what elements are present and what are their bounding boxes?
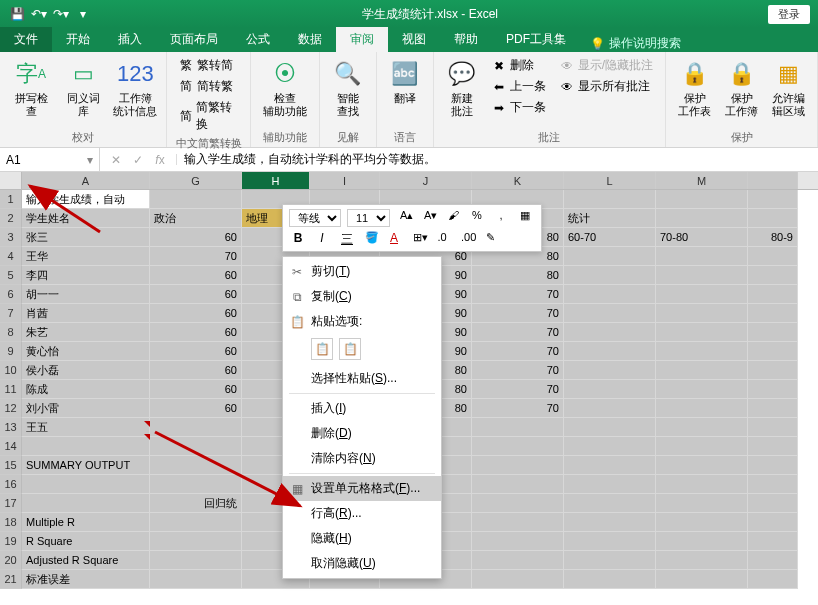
protect-sheet-button[interactable]: 🔒保护 工作表 — [674, 56, 715, 120]
col-header[interactable]: L — [564, 172, 656, 189]
cell[interactable] — [748, 570, 798, 589]
row-header[interactable]: 10 — [0, 361, 22, 380]
cell[interactable]: 70 — [150, 247, 242, 266]
cell[interactable]: 80 — [472, 266, 564, 285]
menu-row-height[interactable]: 行高(R)... — [283, 501, 441, 526]
tab-file[interactable]: 文件 — [0, 27, 52, 52]
show-comment-button[interactable]: 👁显示/隐藏批注 — [556, 56, 657, 75]
cell[interactable] — [564, 361, 656, 380]
cell[interactable] — [656, 551, 748, 570]
cell[interactable]: 回归统 — [150, 494, 242, 513]
cell[interactable] — [656, 266, 748, 285]
font-color-icon[interactable]: A — [385, 231, 403, 249]
thesaurus-button[interactable]: ▭同义词库 — [60, 56, 106, 120]
cell[interactable] — [656, 304, 748, 323]
cell[interactable]: 王华 — [22, 247, 150, 266]
cell[interactable]: 政治 — [150, 209, 242, 228]
cell[interactable] — [748, 323, 798, 342]
prev-comment-button[interactable]: ⬅上一条 — [488, 77, 550, 96]
cell[interactable] — [656, 570, 748, 589]
cell[interactable]: 张三 — [22, 228, 150, 247]
paste-option-values[interactable]: 📋 — [339, 338, 361, 360]
cell[interactable] — [564, 456, 656, 475]
cell[interactable] — [150, 475, 242, 494]
cell[interactable] — [22, 475, 150, 494]
cell[interactable] — [656, 475, 748, 494]
formula-bar[interactable]: 输入学生成绩，自动统计学科的平均分等数据。 — [176, 151, 818, 168]
tab-review[interactable]: 审阅 — [336, 27, 388, 52]
tab-insert[interactable]: 插入 — [104, 27, 156, 52]
cell[interactable] — [748, 532, 798, 551]
row-header[interactable]: 4 — [0, 247, 22, 266]
cell[interactable]: 70 — [472, 399, 564, 418]
tab-home[interactable]: 开始 — [52, 27, 104, 52]
cell[interactable]: 60 — [150, 266, 242, 285]
cell[interactable] — [564, 437, 656, 456]
cjk-convert-button[interactable]: 简简繁转换 — [175, 98, 241, 134]
cell[interactable] — [748, 304, 798, 323]
cell[interactable]: 王五 — [22, 418, 150, 437]
cell[interactable] — [150, 570, 242, 589]
cell[interactable] — [748, 418, 798, 437]
cell[interactable] — [748, 475, 798, 494]
tab-view[interactable]: 视图 — [388, 27, 440, 52]
cell[interactable] — [748, 285, 798, 304]
smart-lookup-button[interactable]: 🔍智能 查找 — [328, 56, 368, 120]
cell[interactable] — [656, 380, 748, 399]
cell[interactable] — [656, 342, 748, 361]
borders-icon[interactable]: ⊞▾ — [409, 231, 427, 249]
trad-to-simp-button[interactable]: 简简转繁 — [175, 77, 241, 96]
row-header[interactable]: 5 — [0, 266, 22, 285]
cell[interactable] — [564, 513, 656, 532]
cell[interactable] — [656, 494, 748, 513]
tab-help[interactable]: 帮助 — [440, 27, 492, 52]
cell[interactable] — [564, 380, 656, 399]
menu-unhide[interactable]: 取消隐藏(U) — [283, 551, 441, 576]
cell[interactable]: 60 — [150, 380, 242, 399]
next-comment-button[interactable]: ➡下一条 — [488, 98, 550, 117]
cell[interactable] — [656, 323, 748, 342]
cell[interactable] — [656, 361, 748, 380]
cell[interactable]: 学生姓名 — [22, 209, 150, 228]
cell[interactable] — [22, 437, 150, 456]
cell[interactable]: Adjusted R Square — [22, 551, 150, 570]
cell[interactable]: 70 — [472, 342, 564, 361]
cell[interactable] — [748, 380, 798, 399]
font-select[interactable]: 等线 — [289, 209, 341, 227]
cell[interactable] — [564, 532, 656, 551]
cell[interactable] — [748, 456, 798, 475]
undo-icon[interactable]: ↶▾ — [30, 5, 48, 23]
cell[interactable] — [656, 247, 748, 266]
increase-font-icon[interactable]: A▴ — [396, 209, 414, 227]
login-button[interactable]: 登录 — [768, 5, 810, 24]
size-select[interactable]: 11 — [347, 209, 390, 227]
workbook-stats-button[interactable]: 123工作簿 统计信息 — [112, 56, 158, 120]
save-icon[interactable]: 💾 — [8, 5, 26, 23]
cell[interactable]: 胡一一 — [22, 285, 150, 304]
decrease-font-icon[interactable]: A▾ — [420, 209, 438, 227]
bold-icon[interactable]: B — [289, 231, 307, 249]
menu-delete[interactable]: 删除(D) — [283, 421, 441, 446]
select-all-corner[interactable] — [0, 172, 22, 189]
cell[interactable] — [656, 513, 748, 532]
col-header[interactable]: J — [380, 172, 472, 189]
cell[interactable] — [472, 570, 564, 589]
comma-icon[interactable]: , — [492, 209, 510, 227]
cell[interactable] — [150, 456, 242, 475]
cell[interactable]: 刘小雷 — [22, 399, 150, 418]
cell[interactable] — [472, 437, 564, 456]
cell[interactable]: Multiple R — [22, 513, 150, 532]
cell[interactable]: 60 — [150, 285, 242, 304]
cell[interactable] — [564, 266, 656, 285]
col-header[interactable] — [748, 172, 798, 189]
delete-comment-button[interactable]: ✖删除 — [488, 56, 550, 75]
percent-icon[interactable]: % — [468, 209, 486, 227]
cell[interactable] — [656, 418, 748, 437]
qat-customize-icon[interactable]: ▾ — [74, 5, 92, 23]
increase-decimal-icon[interactable]: .00 — [457, 231, 475, 249]
cell[interactable] — [564, 323, 656, 342]
menu-copy[interactable]: ⧉复制(C) — [283, 284, 441, 309]
menu-format-cells[interactable]: ▦设置单元格格式(F)... — [283, 476, 441, 501]
cell[interactable]: 统计 — [564, 209, 656, 228]
cell[interactable] — [564, 247, 656, 266]
